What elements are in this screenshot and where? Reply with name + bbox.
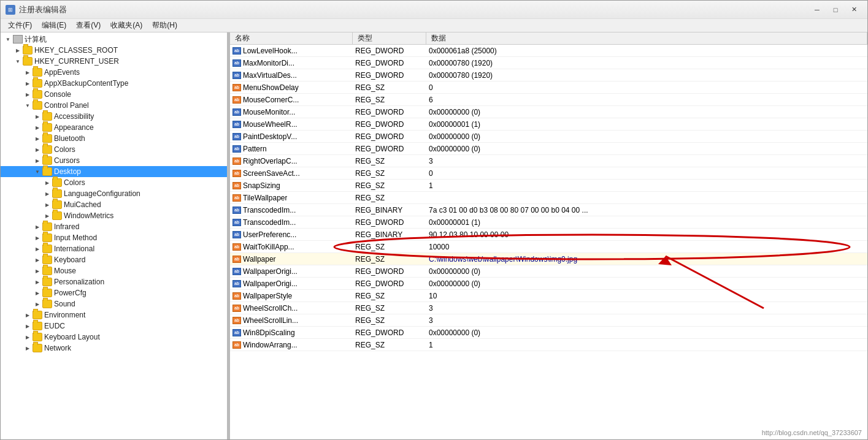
tree-expander-icon[interactable]: ▶ (42, 200, 52, 210)
values-list[interactable]: abLowLevelHook...REG_DWORD0x000061a8 (25… (230, 45, 867, 439)
table-row[interactable]: abMouseWheelR...REG_DWORD0x00000001 (1) (230, 118, 867, 131)
tree-expander-icon[interactable]: ▶ (33, 299, 42, 309)
table-row[interactable]: abPatternREG_DWORD0x00000000 (0) (230, 143, 867, 155)
menu-view[interactable]: 查看(V) (71, 19, 106, 32)
tree-expander-icon[interactable]: ▶ (42, 178, 52, 188)
table-row[interactable]: abMaxVirtualDes...REG_DWORD0x00000780 (1… (230, 69, 867, 82)
close-button[interactable]: ✕ (845, 4, 862, 16)
table-row[interactable]: abWallpaperOrigi...REG_DWORD0x00000000 (… (230, 265, 867, 278)
tree-expander-icon[interactable]: ▶ (33, 255, 42, 265)
value-type-cell: REG_DWORD (353, 145, 426, 153)
tree-item[interactable]: ▶Input Method (1, 232, 227, 243)
tree-item[interactable]: ▶HKEY_CLASSES_ROOT (1, 45, 227, 56)
tree-item[interactable]: ▶Appearance (1, 122, 227, 133)
tree-item-label: Keyboard (54, 256, 85, 264)
tree-item[interactable]: ▶Bluetooth (1, 133, 227, 144)
menu-favorites[interactable]: 收藏夹(A) (106, 19, 147, 32)
tree-item[interactable]: ▶AppXBackupContentType (1, 78, 227, 89)
tree-expander-icon[interactable]: ▶ (23, 89, 33, 99)
tree-item[interactable]: ▼Control Panel (1, 100, 227, 111)
tree-expander-icon[interactable]: ▼ (23, 101, 33, 110)
tree-item[interactable]: ▶Console (1, 89, 227, 100)
tree-expander-icon[interactable]: ▶ (42, 211, 52, 221)
table-row[interactable]: abMouseMonitor...REG_DWORD0x00000000 (0) (230, 106, 867, 118)
tree-item[interactable]: ▼计算机 (1, 34, 227, 45)
tree-item[interactable]: ▶LanguageConfiguration (1, 188, 227, 199)
tree-expander-icon[interactable]: ▶ (23, 343, 33, 353)
tree-expander-icon[interactable]: ▶ (33, 145, 42, 154)
tree-expander-icon[interactable]: ▶ (23, 67, 33, 77)
table-row[interactable]: abWindowArrang...REG_SZ1 (230, 339, 867, 351)
tree-item[interactable]: ▶Environment (1, 309, 227, 321)
tree-item[interactable]: ▶Colors (1, 177, 227, 188)
tree-item[interactable]: ▶Mouse (1, 265, 227, 276)
table-row[interactable]: abMouseCornerC...REG_SZ6 (230, 94, 867, 106)
table-row[interactable]: abLowLevelHook...REG_DWORD0x000061a8 (25… (230, 45, 867, 57)
table-row[interactable]: abTranscodedIm...REG_BINARY7a c3 01 00 d… (230, 204, 867, 216)
tree-item[interactable]: ▶PowerCfg (1, 287, 227, 298)
tree-expander-icon[interactable]: ▶ (33, 288, 42, 298)
tree-expander-icon[interactable]: ▶ (13, 45, 23, 55)
tree-expander-icon[interactable]: ▼ (13, 56, 23, 66)
tree-expander-icon[interactable]: ▶ (33, 222, 42, 232)
table-row[interactable]: abMenuShowDelayREG_SZ0 (230, 82, 867, 94)
value-type-cell: REG_SZ (353, 169, 426, 178)
table-row[interactable]: abSnapSizingREG_SZ1 (230, 180, 867, 192)
tree-expander-icon[interactable]: ▶ (33, 233, 42, 243)
tree-item[interactable]: ▶AppEvents (1, 67, 227, 78)
tree-expander-icon[interactable]: ▶ (33, 156, 42, 165)
table-row[interactable]: abWaitToKillApp...REG_SZ10000 (230, 241, 867, 253)
table-row[interactable]: abTranscodedIm...REG_DWORD0x00000001 (1) (230, 216, 867, 229)
tree-expander-icon[interactable]: ▶ (23, 310, 33, 320)
tree-expander-icon[interactable]: ▼ (33, 167, 42, 176)
tree-item[interactable]: ▼Desktop (1, 166, 227, 177)
tree-expander-icon[interactable]: ▶ (33, 134, 42, 143)
tree-expander-icon[interactable]: ▶ (33, 277, 42, 287)
tree-panel-inner: ▼计算机▶HKEY_CLASSES_ROOT▼HKEY_CURRENT_USER… (1, 32, 227, 354)
table-row[interactable]: abWallpaperStyleREG_SZ10 (230, 290, 867, 302)
minimize-button[interactable]: ─ (808, 4, 826, 16)
table-row[interactable]: abRightOverlapC...REG_SZ3 (230, 155, 867, 167)
restore-button[interactable]: □ (827, 4, 844, 16)
tree-item[interactable]: ▶Keyboard Layout (1, 332, 227, 343)
table-row[interactable]: abWallpaperOrigi...REG_DWORD0x00000000 (… (230, 278, 867, 290)
tree-panel[interactable]: ▼计算机▶HKEY_CLASSES_ROOT▼HKEY_CURRENT_USER… (1, 32, 228, 439)
tree-item[interactable]: ▼HKEY_CURRENT_USER (1, 56, 227, 67)
tree-expander-icon[interactable]: ▶ (33, 123, 42, 132)
tree-item[interactable]: ▶Keyboard (1, 254, 227, 265)
table-row[interactable]: abMaxMonitorDi...REG_DWORD0x00000780 (19… (230, 57, 867, 69)
tree-expander-icon[interactable]: ▶ (42, 189, 52, 199)
tree-expander-icon[interactable]: ▶ (23, 332, 33, 342)
table-row[interactable]: abPaintDesktopV...REG_DWORD0x00000000 (0… (230, 131, 867, 143)
table-row[interactable]: abTileWallpaperREG_SZ (230, 192, 867, 204)
tree-item[interactable]: ▶Colors (1, 144, 227, 155)
table-row[interactable]: abWallpaperREG_SZC:\windows\web\wallpape… (230, 253, 867, 265)
table-row[interactable]: abUserPreferenc...REG_BINARY90 12 03 80 … (230, 229, 867, 241)
value-name-cell: abWheelScrollLin... (230, 316, 353, 325)
reg-binary-icon: ab (232, 280, 241, 287)
tree-expander-icon[interactable]: ▶ (33, 244, 42, 254)
tree-item[interactable]: ▶International (1, 243, 227, 254)
menu-edit[interactable]: 编辑(E) (37, 19, 71, 32)
menu-help[interactable]: 帮助(H) (147, 19, 182, 32)
table-row[interactable]: abWheelScrollLin...REG_SZ3 (230, 314, 867, 327)
tree-item[interactable]: ▶EUDC (1, 321, 227, 332)
tree-item[interactable]: ▶Network (1, 343, 227, 354)
menu-file[interactable]: 文件(F) (3, 19, 37, 32)
tree-item[interactable]: ▶Sound (1, 298, 227, 309)
tree-item[interactable]: ▶Accessibility (1, 111, 227, 122)
tree-item[interactable]: ▶Infrared (1, 221, 227, 232)
table-row[interactable]: abWin8DpiScalingREG_DWORD0x00000000 (0) (230, 327, 867, 339)
tree-item[interactable]: ▶WindowMetrics (1, 210, 227, 221)
tree-item[interactable]: ▶Cursors (1, 155, 227, 166)
tree-item[interactable]: ▶MuiCached (1, 199, 227, 210)
tree-expander-icon[interactable]: ▼ (3, 34, 13, 44)
value-name-text: MaxVirtualDes... (243, 71, 297, 80)
tree-expander-icon[interactable]: ▶ (23, 78, 33, 88)
tree-expander-icon[interactable]: ▶ (33, 266, 42, 276)
tree-expander-icon[interactable]: ▶ (33, 112, 42, 121)
table-row[interactable]: abScreenSaveAct...REG_SZ0 (230, 167, 867, 180)
tree-expander-icon[interactable]: ▶ (23, 321, 33, 331)
table-row[interactable]: abWheelScrollCh...REG_SZ3 (230, 302, 867, 314)
tree-item[interactable]: ▶Personalization (1, 276, 227, 287)
